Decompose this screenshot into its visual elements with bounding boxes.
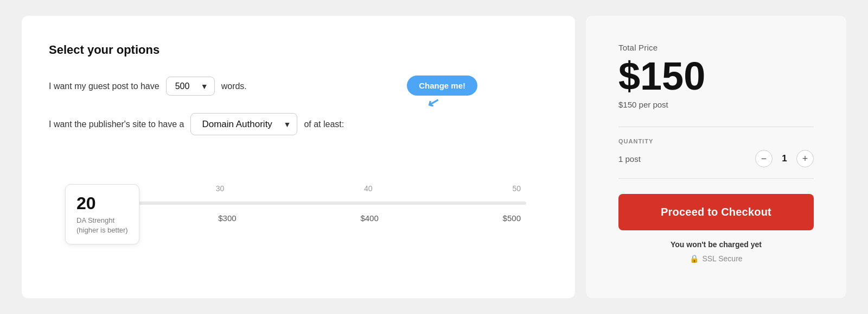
publisher-suffix-text: of at least:	[304, 120, 344, 129]
ssl-row: 🔒 SSL Secure	[618, 254, 814, 263]
section-title: Select your options	[49, 43, 548, 57]
tooltip-da-number: 20	[76, 193, 128, 213]
publisher-prefix-text: I want the publisher's site to have a	[49, 120, 184, 129]
slider-label-50: 50	[512, 184, 521, 193]
chart-area: 20 DA Strenght(higher is better) 30 40 5…	[49, 184, 548, 244]
total-price-value: $150	[618, 56, 814, 96]
options-panel: Select your options I want my guest post…	[22, 16, 575, 298]
quantity-decrement-button[interactable]: −	[755, 150, 773, 167]
quantity-increment-button[interactable]: +	[796, 150, 814, 167]
change-bubble-wrapper: Change me! ↙	[407, 76, 477, 96]
per-post-label: $150 per post	[618, 100, 814, 109]
no-charge-text: You won't be charged yet	[618, 240, 814, 249]
words-select[interactable]: 500 750 1000 1500 2000	[166, 77, 215, 96]
total-price-label: Total Price	[618, 43, 814, 52]
words-prefix-text: I want my guest post to have	[49, 81, 159, 91]
slider-label-40: 40	[364, 184, 373, 193]
price-label-400: $400	[360, 213, 378, 223]
bubble-arrow-icon: ↙	[426, 93, 442, 112]
ssl-label: SSL Secure	[702, 254, 742, 263]
domain-authority-select[interactable]: Domain Authority Page Authority Traffic	[190, 113, 297, 135]
quantity-section: QUANTITY 1 post − 1 +	[618, 127, 814, 179]
domain-authority-option-row: I want the publisher's site to have a Do…	[49, 113, 548, 135]
checkout-button[interactable]: Proceed to Checkout	[618, 194, 814, 230]
price-label-300: $300	[218, 213, 236, 223]
lock-icon: 🔒	[690, 254, 699, 263]
domain-authority-select-wrapper: Domain Authority Page Authority Traffic …	[190, 113, 297, 135]
change-bubble-text: Change me!	[419, 81, 465, 90]
pricing-panel: Total Price $150 $150 per post QUANTITY …	[586, 16, 846, 298]
quantity-controls: − 1 +	[755, 150, 814, 167]
change-bubble: Change me! ↙	[407, 76, 477, 96]
post-count-text: 1 post	[618, 154, 641, 164]
quantity-label: QUANTITY	[618, 138, 814, 145]
da-tooltip: 20 DA Strenght(higher is better)	[65, 184, 139, 244]
words-suffix-text: words.	[221, 81, 247, 91]
slider-label-30: 30	[216, 184, 225, 193]
tooltip-da-label: DA Strenght(higher is better)	[76, 216, 128, 235]
quantity-row: 1 post − 1 +	[618, 150, 814, 167]
price-label-500: $500	[503, 213, 521, 223]
words-select-wrapper: 500 750 1000 1500 2000 ▼	[166, 77, 215, 96]
quantity-value: 1	[780, 153, 789, 164]
